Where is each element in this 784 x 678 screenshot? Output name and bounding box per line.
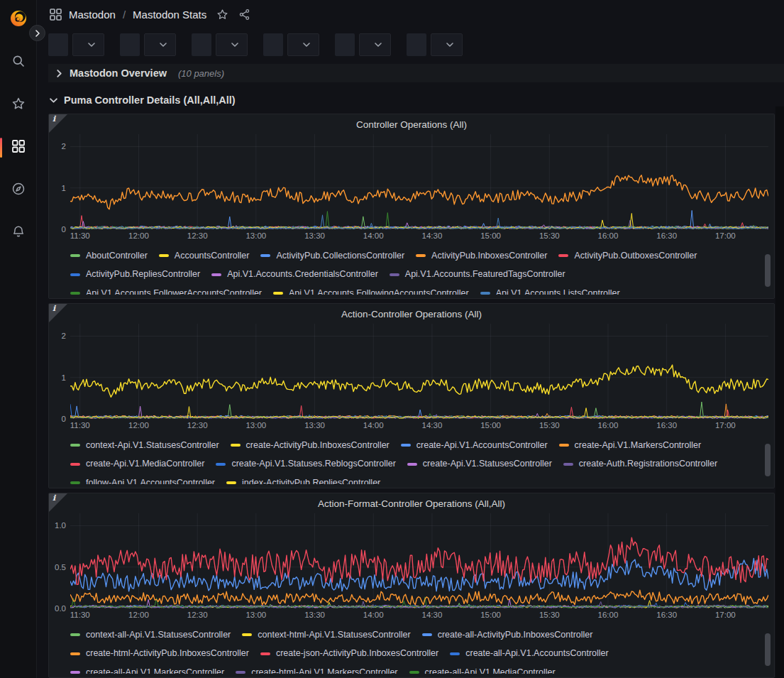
legend-swatch <box>260 254 270 257</box>
x-tick-label: 15:00 <box>480 231 501 240</box>
legend: context-Api.V1.StatusesControllercreate-… <box>70 434 754 484</box>
legend-item[interactable]: create-Api.V1.AccountsController <box>401 437 548 454</box>
variable-value-dropdown[interactable] <box>359 33 391 56</box>
sidebar-expand-button[interactable] <box>29 25 45 41</box>
x-tick-label: 12:00 <box>128 611 149 619</box>
row-mastodon-overview[interactable]: Mastodon Overview (10 panels) <box>48 64 784 82</box>
row-panel-count: (10 panels) <box>178 68 224 79</box>
search-icon <box>11 54 26 71</box>
legend-item[interactable]: create-json-ActivityPub.InboxesControlle… <box>260 645 438 662</box>
legend-label: AccountsController <box>175 248 250 264</box>
alerting-icon <box>11 224 26 241</box>
legend-item[interactable]: create-html-Api.V1.MarkersController <box>236 665 397 674</box>
legend-item[interactable]: ActivityPub.InboxesController <box>416 248 547 264</box>
scroll-gutter[interactable] <box>775 106 784 678</box>
legend-item[interactable]: follow-Api.V1.AccountsController <box>70 475 215 485</box>
variable-label[interactable] <box>263 33 283 56</box>
legend-swatch <box>401 444 411 447</box>
chart-plot-area[interactable] <box>70 324 768 419</box>
legend-swatch <box>407 463 417 466</box>
legend-item[interactable]: create-html-ActivityPub.InboxesControlle… <box>70 645 249 662</box>
legend-item[interactable]: index-ActivityPub.RepliesController <box>226 475 380 485</box>
legend-item[interactable]: Api.V1.Accounts.ListsController <box>480 285 620 295</box>
chart-plot-area[interactable] <box>70 513 768 608</box>
legend-item[interactable]: create-Api.V1.MediaController <box>70 456 204 472</box>
variable-value-dropdown[interactable] <box>287 33 319 56</box>
legend-swatch <box>70 444 80 447</box>
panel-title[interactable]: Action-Format-Controller Operations (All… <box>49 496 774 513</box>
legend-label: create-all-Api.V1.MarkersController <box>86 665 224 674</box>
legend-item[interactable]: context-all-Api.V1.StatusesController <box>70 627 231 643</box>
legend-label: create-Api.V1.StatusesController <box>423 456 552 472</box>
legend-label: context-Api.V1.StatusesController <box>86 437 219 454</box>
legend-item[interactable]: create-Api.V1.Statuses.ReblogsController <box>216 456 395 472</box>
variable-value-dropdown[interactable] <box>431 33 463 56</box>
sidebar-item-explore[interactable] <box>6 177 31 203</box>
variable-label[interactable] <box>120 33 140 56</box>
legend-label: Api.V1.Accounts.FeaturedTagsController <box>405 266 565 283</box>
legend-swatch <box>422 633 432 636</box>
legend-label: create-html-Api.V1.MarkersController <box>251 665 397 674</box>
legend-item[interactable]: Api.V1.Accounts.FollowerAccountsControll… <box>70 285 262 295</box>
legend-swatch <box>416 254 426 257</box>
panel-title[interactable]: Action-Controller Operations (All) <box>49 307 774 324</box>
legend-scrollbar[interactable] <box>765 633 771 666</box>
sidebar-item-star[interactable] <box>6 92 31 118</box>
dashboards-grid-icon[interactable] <box>50 9 62 21</box>
variable-label[interactable] <box>407 33 426 56</box>
sidebar-item-dashboards[interactable] <box>6 135 31 160</box>
x-axis: 11:3012:0012:3013:0013:3014:0014:3015:00… <box>70 608 768 621</box>
legend-scrollbar[interactable] <box>765 254 771 287</box>
legend-swatch <box>70 652 80 655</box>
panel-title[interactable]: Controller Operations (All) <box>49 117 774 134</box>
legend-item[interactable]: Api.V1.Accounts.CredentialsController <box>211 266 378 283</box>
legend-swatch <box>231 444 241 447</box>
legend-label: create-Api.V1.Statuses.ReblogsController <box>231 456 395 472</box>
legend-swatch <box>70 481 80 484</box>
breadcrumb-section[interactable]: Mastodon <box>69 9 116 21</box>
legend-scrollbar[interactable] <box>765 444 771 476</box>
legend-swatch <box>236 671 245 674</box>
legend-item[interactable]: create-Auth.RegistrationsController <box>563 456 717 472</box>
grafana-logo[interactable] <box>4 4 33 33</box>
variable-value-dropdown[interactable] <box>144 33 176 56</box>
legend-item[interactable]: create-all-Api.V1.AccountsController <box>450 645 608 662</box>
share-icon[interactable] <box>238 9 250 21</box>
y-tick-label: 2 <box>62 332 66 340</box>
series-line <box>70 590 768 605</box>
legend-item[interactable]: create-all-Api.V1.MarkersController <box>70 665 224 674</box>
breadcrumb-page[interactable]: Mastodon Stats <box>133 9 206 21</box>
chart-plot-area[interactable] <box>70 134 768 229</box>
legend-item[interactable]: ActivityPub.OutboxesController <box>558 248 697 264</box>
favorite-star-icon[interactable] <box>216 9 228 21</box>
variable-label[interactable] <box>335 33 355 56</box>
variable-value-dropdown[interactable] <box>216 33 248 56</box>
legend-item[interactable]: create-all-Api.V1.MediaController <box>409 665 556 674</box>
legend-item[interactable]: context-Api.V1.StatusesController <box>70 437 219 454</box>
row-puma-controller-details[interactable]: Puma Controller Details (All,All,All) <box>48 91 784 109</box>
legend-item[interactable]: context-html-Api.V1.StatusesController <box>242 627 410 643</box>
legend-item[interactable]: ActivityPub.CollectionsController <box>260 248 404 264</box>
legend-item[interactable]: create-Api.V1.StatusesController <box>407 456 552 472</box>
x-tick-label: 15:30 <box>539 421 560 430</box>
legend-item[interactable]: create-Api.V1.MarkersController <box>559 437 702 454</box>
variable-label[interactable] <box>48 33 68 56</box>
variable-value-dropdown[interactable] <box>72 33 104 56</box>
x-tick-label: 14:30 <box>422 421 443 430</box>
variable-label[interactable] <box>192 33 211 56</box>
y-axis: 012 <box>49 134 70 229</box>
legend-item[interactable]: ActivityPub.RepliesController <box>70 266 200 283</box>
row-title: Puma Controller Details (All,All,All) <box>64 94 236 106</box>
legend-item[interactable]: create-all-ActivityPub.InboxesController <box>422 627 593 643</box>
sidebar-item-alerting[interactable] <box>6 220 31 246</box>
legend-item[interactable]: AboutController <box>70 248 148 264</box>
sidebar-item-search[interactable] <box>6 50 31 75</box>
legend-item[interactable]: AccountsController <box>159 248 250 264</box>
x-tick-label: 14:00 <box>363 231 384 240</box>
chevron-down-icon <box>446 41 453 48</box>
legend-item[interactable]: create-ActivityPub.InboxesController <box>231 437 390 454</box>
legend-item[interactable]: Api.V1.Accounts.FollowingAccountsControl… <box>273 285 469 295</box>
legend-item[interactable]: Api.V1.Accounts.FeaturedTagsController <box>390 266 565 283</box>
x-tick-label: 12:30 <box>187 231 208 240</box>
legend-label: create-all-Api.V1.MediaController <box>425 665 556 674</box>
